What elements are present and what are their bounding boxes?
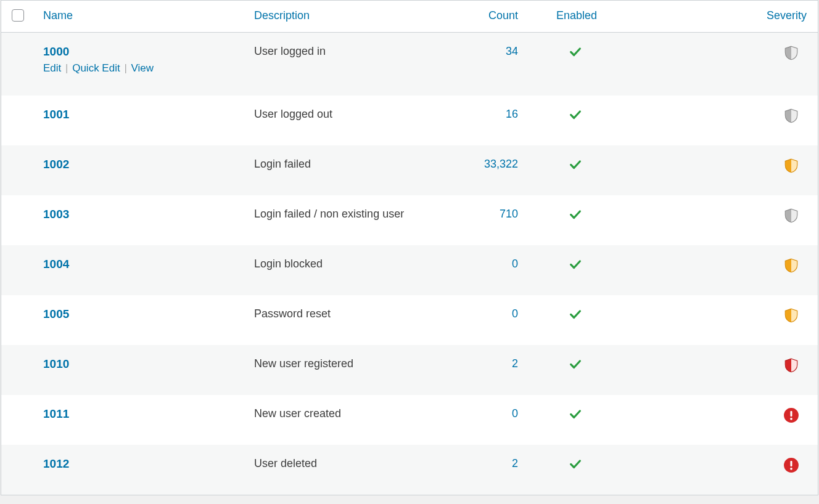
select-all-checkbox[interactable]: [12, 9, 24, 22]
cell-description: New user created: [248, 395, 458, 445]
header-enabled[interactable]: Enabled: [532, 1, 630, 33]
cell-severity: [630, 445, 818, 495]
cell-severity: [630, 96, 818, 145]
circle-alert-icon: [783, 407, 799, 423]
cell-enabled: [532, 395, 630, 445]
cell-name: 1002: [32, 145, 248, 195]
cell-description: Password reset: [248, 295, 458, 345]
table-header-row: Name Description Count Enabled Severity: [1, 1, 818, 33]
event-id-link[interactable]: 1003: [43, 208, 69, 221]
cell-description: New user registered: [248, 345, 458, 395]
edit-link[interactable]: Edit: [43, 62, 61, 74]
cell-enabled: [532, 295, 630, 345]
table-row: 1011 New user created 0: [1, 395, 818, 445]
row-actions: Edit | Quick Edit | View: [43, 62, 242, 75]
event-id-link[interactable]: 1001: [43, 108, 69, 121]
shield-orange-icon: [783, 158, 799, 174]
header-description[interactable]: Description: [248, 1, 458, 33]
events-table-wrap: Name Description Count Enabled Severity …: [1, 0, 818, 495]
table-row: 1012 User deleted 2: [1, 445, 818, 495]
event-id-link[interactable]: 1002: [43, 158, 69, 171]
cell-name: 1012: [32, 445, 248, 495]
row-checkbox-cell: [1, 295, 32, 345]
cell-name: 1004: [32, 245, 248, 295]
row-checkbox-cell: [1, 445, 32, 495]
event-id-link[interactable]: 1012: [43, 457, 69, 470]
shield-orange-icon: [783, 258, 799, 274]
header-name[interactable]: Name: [32, 1, 248, 33]
header-severity[interactable]: Severity: [630, 1, 818, 33]
shield-grey-icon: [783, 108, 799, 124]
cell-name: 1001: [32, 96, 248, 145]
cell-name: 1010: [32, 345, 248, 395]
header-checkbox-cell: [1, 1, 32, 33]
event-id-link[interactable]: 1010: [43, 357, 69, 370]
cell-severity: [630, 345, 818, 395]
check-icon: [569, 311, 582, 323]
table-row: 1000 Edit | Quick Edit | View User logge…: [1, 33, 818, 96]
circle-alert-icon: [783, 457, 799, 473]
cell-name: 1000 Edit | Quick Edit | View: [32, 33, 248, 96]
view-link[interactable]: View: [131, 62, 154, 74]
cell-enabled: [532, 245, 630, 295]
cell-description: User deleted: [248, 445, 458, 495]
cell-description: Login blocked: [248, 245, 458, 295]
cell-enabled: [532, 445, 630, 495]
event-id-link[interactable]: 1000: [43, 45, 69, 58]
shield-orange-icon: [783, 307, 799, 323]
check-icon: [569, 161, 582, 174]
row-checkbox-cell: [1, 245, 32, 295]
header-count[interactable]: Count: [458, 1, 532, 33]
check-icon: [569, 112, 582, 124]
table-row: 1001 User logged out 16: [1, 96, 818, 145]
cell-count: 34: [458, 33, 532, 96]
check-icon: [569, 49, 582, 61]
cell-description: User logged out: [248, 96, 458, 145]
cell-severity: [630, 295, 818, 345]
check-icon: [569, 411, 582, 423]
table-row: 1003 Login failed / non existing user 71…: [1, 195, 818, 245]
table-row: 1005 Password reset 0: [1, 295, 818, 345]
event-id-link[interactable]: 1011: [43, 407, 69, 420]
cell-enabled: [532, 145, 630, 195]
table-row: 1010 New user registered 2: [1, 345, 818, 395]
cell-severity: [630, 245, 818, 295]
check-icon: [569, 211, 582, 224]
cell-count: 0: [458, 245, 532, 295]
shield-grey-icon: [783, 208, 799, 224]
cell-count: 2: [458, 345, 532, 395]
cell-count: 0: [458, 295, 532, 345]
table-row: 1002 Login failed 33,322: [1, 145, 818, 195]
cell-severity: [630, 145, 818, 195]
cell-enabled: [532, 195, 630, 245]
event-id-link[interactable]: 1005: [43, 307, 69, 320]
cell-count: 710: [458, 195, 532, 245]
row-checkbox-cell: [1, 33, 32, 96]
cell-count: 0: [458, 395, 532, 445]
shield-red-icon: [783, 357, 799, 373]
cell-description: User logged in: [248, 33, 458, 96]
row-checkbox-cell: [1, 145, 32, 195]
row-checkbox-cell: [1, 345, 32, 395]
cell-count: 16: [458, 96, 532, 145]
row-checkbox-cell: [1, 96, 32, 145]
table-row: 1004 Login blocked 0: [1, 245, 818, 295]
cell-enabled: [532, 345, 630, 395]
cell-name: 1003: [32, 195, 248, 245]
cell-name: 1011: [32, 395, 248, 445]
cell-name: 1005: [32, 295, 248, 345]
events-table: Name Description Count Enabled Severity …: [1, 1, 818, 495]
check-icon: [569, 461, 582, 473]
row-checkbox-cell: [1, 395, 32, 445]
cell-description: Login failed: [248, 145, 458, 195]
cell-severity: [630, 33, 818, 96]
cell-description: Login failed / non existing user: [248, 195, 458, 245]
cell-enabled: [532, 33, 630, 96]
row-checkbox-cell: [1, 195, 32, 245]
event-id-link[interactable]: 1004: [43, 258, 69, 270]
quick-edit-link[interactable]: Quick Edit: [72, 62, 120, 74]
check-icon: [569, 361, 582, 373]
check-icon: [569, 261, 582, 274]
cell-count: 33,322: [458, 145, 532, 195]
cell-count: 2: [458, 445, 532, 495]
